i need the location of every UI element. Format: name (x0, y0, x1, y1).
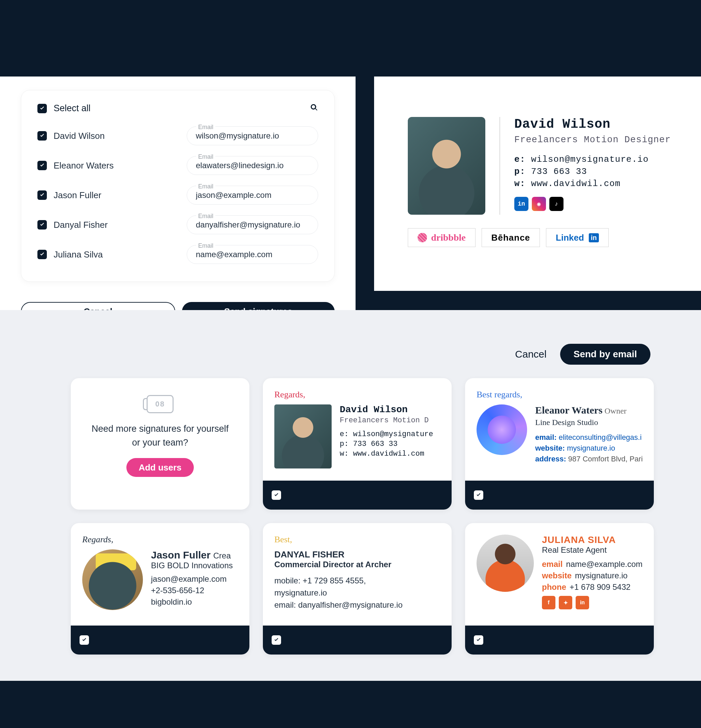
card-line: phone+1 678 909 5432 (542, 582, 643, 592)
facebook-icon[interactable]: f (542, 596, 555, 610)
card-line: e: wilson@mysignature (340, 430, 433, 439)
preview-title: Freelancers Motion Designer (514, 135, 671, 145)
card-checkbox[interactable] (474, 635, 483, 645)
email-float-label: Email (196, 242, 215, 249)
tiktok-icon[interactable]: ♪ (549, 197, 564, 211)
card-line: mysignature.io (274, 588, 440, 598)
card-line: bigboldin.io (151, 597, 233, 607)
add-users-card: Need more signatures for yourself or you… (71, 378, 249, 510)
card-checkbox[interactable] (272, 635, 281, 645)
card-name: Jason FullerCrea (151, 549, 233, 561)
card-line: websitemysignature.io (542, 571, 643, 581)
user-checkbox[interactable] (38, 161, 47, 170)
card-checkbox[interactable] (474, 490, 483, 500)
card-avatar (477, 534, 534, 592)
search-icon[interactable] (310, 104, 318, 114)
gallery-cancel-link[interactable]: Cancel (515, 344, 546, 365)
divider (499, 117, 500, 215)
signatures-gallery: Cancel Send by email Need more signature… (0, 310, 701, 681)
dribbble-badge[interactable]: dribbble (408, 228, 476, 247)
user-name: Juliana Silva (53, 249, 103, 260)
user-name: David Wilson (53, 131, 105, 141)
preview-email: e: wilson@mysignature.io (514, 155, 671, 165)
instagram-icon[interactable]: ◉ (532, 197, 546, 211)
card-line: p: 733 663 33 (340, 440, 433, 448)
user-checkbox[interactable] (38, 131, 47, 140)
card-company: BIG BOLD Innovations (151, 561, 233, 570)
card-line: website: mysignature.io (535, 444, 643, 453)
user-row: Juliana Silva Email (38, 245, 318, 264)
card-name: David Wilson (340, 404, 433, 415)
card-studio: Line Design Studio (535, 418, 643, 427)
user-row: David Wilson Email (38, 126, 318, 145)
add-users-button[interactable]: Add users (126, 458, 194, 477)
card-title: Freelancers Motion D (340, 416, 433, 425)
user-checkbox[interactable] (38, 250, 47, 259)
signature-card-jason[interactable]: Regards, Jason FullerCrea BIG BOLD Innov… (71, 523, 249, 654)
email-float-label: Email (196, 124, 215, 131)
user-checkbox[interactable] (38, 220, 47, 230)
card-avatar (274, 404, 332, 468)
signature-preview-panel: David Wilson Freelancers Motion Designer… (374, 77, 701, 291)
signature-card-eleanor[interactable]: Best regards, Eleanor WatersOwner Line D… (465, 378, 654, 510)
preview-name: David Wilson (514, 117, 671, 131)
user-name: Eleanor Waters (53, 160, 114, 171)
card-line: address: 987 Comfort Blvd, Pari (535, 455, 643, 464)
card-name: Eleanor WatersOwner (535, 404, 643, 416)
card-avatar (82, 549, 143, 610)
card-checkbox[interactable] (79, 635, 89, 645)
card-logo (477, 404, 527, 455)
salutation: Best regards, (477, 390, 642, 400)
card-title: Commercial Director at Archer (274, 560, 440, 569)
linkedin-badge[interactable]: Linkedin (546, 228, 608, 247)
preview-phone: p: 733 663 33 (514, 166, 671, 176)
twitter-icon[interactable]: ✦ (559, 596, 572, 610)
signature-card-juliana[interactable]: JULIANA SILVA Real Estate Agent emailnam… (465, 523, 654, 654)
card-line: emailname@example.com (542, 559, 643, 569)
send-by-email-button[interactable]: Send by email (560, 344, 650, 365)
user-name: Jason Fuller (53, 190, 101, 201)
card-checkbox[interactable] (272, 490, 281, 500)
select-all-checkbox[interactable] (38, 104, 47, 113)
select-all-row: Select all (38, 103, 318, 114)
user-list-card: Select all David Wilson Email Eleanor Wa… (21, 90, 335, 282)
salutation: Regards, (82, 534, 238, 545)
signature-card-danyal[interactable]: Best, DANYAL FISHER Commercial Director … (263, 523, 452, 654)
card-line: email: eliteconsulting@villegas.i (535, 433, 643, 442)
linkedin-icon[interactable]: in (576, 596, 589, 610)
salutation: Regards, (274, 390, 440, 400)
card-title: Real Estate Agent (542, 545, 643, 555)
card-line: email: danyalfisher@mysignature.io (274, 600, 440, 610)
preview-web: w: www.davidwil.com (514, 179, 671, 189)
user-checkbox[interactable] (38, 191, 47, 200)
user-name: Danyal Fisher (53, 220, 107, 230)
card-line: jason@example.com (151, 574, 233, 584)
email-float-label: Email (196, 183, 215, 190)
card-name: DANYAL FISHER (274, 549, 440, 560)
linkedin-icon[interactable]: in (514, 197, 529, 211)
salutation: Best, (274, 534, 440, 545)
email-float-label: Email (196, 213, 215, 220)
card-line: +2-535-656-12 (151, 586, 233, 595)
user-row: Eleanor Waters Email (38, 156, 318, 175)
email-float-label: Email (196, 153, 215, 160)
preview-avatar (408, 117, 485, 215)
user-row: Jason Fuller Email (38, 186, 318, 205)
signatures-stack-icon (147, 395, 173, 413)
add-users-text: Need more signatures for yourself or you… (84, 422, 236, 449)
user-row: Danyal Fisher Email (38, 215, 318, 234)
behance-badge[interactable]: Bēhance (481, 228, 540, 247)
select-all-label: Select all (53, 103, 91, 114)
signature-card-david[interactable]: Regards, David Wilson Freelancers Motion… (263, 378, 452, 510)
card-line: w: www.davidwil.com (340, 449, 433, 458)
card-line: mobile: +1 729 855 4555, (274, 576, 440, 585)
card-name: JULIANA SILVA (542, 534, 643, 545)
